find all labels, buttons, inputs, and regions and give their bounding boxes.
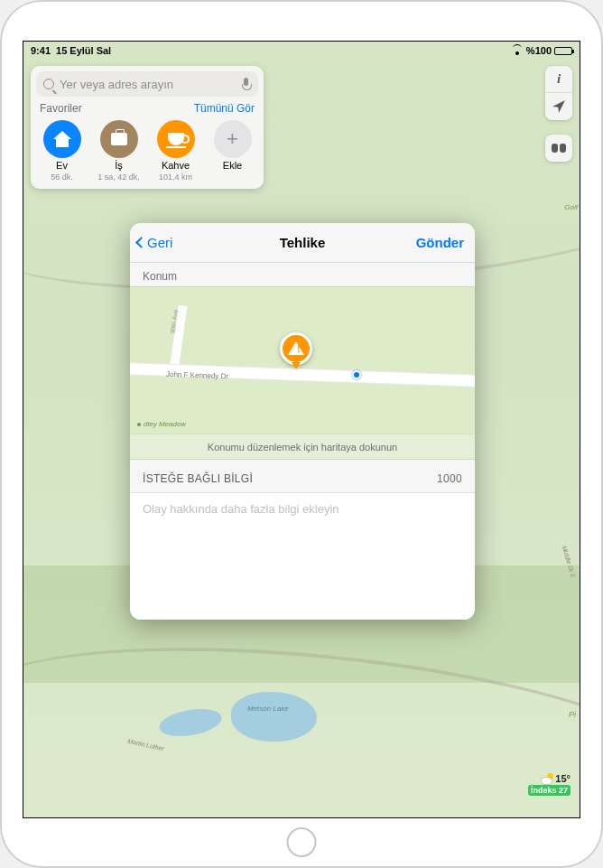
favorites-header: Favoriler bbox=[40, 102, 82, 115]
air-quality-index: İndeks 27 bbox=[528, 785, 571, 796]
weather-temperature: 15° bbox=[555, 773, 571, 784]
search-placeholder: Yer veya adres arayın bbox=[60, 78, 236, 91]
ipad-device-frame: Metson Lake Pi Golf Middle Dr E Martin L… bbox=[0, 0, 603, 868]
favorite-label: İş bbox=[115, 161, 123, 171]
wifi-icon bbox=[512, 46, 524, 55]
char-count: 1000 bbox=[437, 472, 462, 485]
modal-title: Tehlike bbox=[280, 235, 326, 250]
optional-info-header: İSTEĞE BAĞLI BİLGİ 1000 bbox=[130, 460, 475, 492]
favorite-label: Ekle bbox=[223, 161, 242, 171]
mini-map-street-label: John F Kennedy Dr bbox=[166, 370, 228, 380]
chevron-left-icon bbox=[135, 237, 147, 248]
report-hazard-modal: Geri Tehlike Gönder Konum John F Kennedy… bbox=[130, 223, 475, 620]
status-time: 9:41 bbox=[31, 45, 51, 56]
coffee-icon bbox=[157, 120, 195, 158]
map-lake bbox=[231, 692, 317, 742]
back-label: Geri bbox=[147, 235, 172, 250]
home-button[interactable] bbox=[287, 827, 317, 857]
favorite-work[interactable]: İş 1 sa, 42 dk, bbox=[91, 120, 146, 182]
briefcase-icon bbox=[100, 120, 138, 158]
map-locate-button[interactable] bbox=[545, 93, 572, 120]
plus-icon: + bbox=[214, 120, 252, 158]
map-controls-secondary bbox=[545, 135, 572, 162]
map-controls: i bbox=[545, 66, 572, 120]
search-icon bbox=[43, 79, 54, 89]
favorite-sublabel: 1 sa, 42 dk, bbox=[97, 173, 140, 182]
location-arrow-icon bbox=[552, 100, 565, 113]
house-icon bbox=[43, 120, 81, 158]
weather-badge[interactable]: 15° İndeks 27 bbox=[528, 773, 571, 796]
optional-info-textarea[interactable]: Olay hakkında daha fazla bilgi ekleyin bbox=[130, 492, 475, 620]
favorite-add[interactable]: + Ekle bbox=[205, 120, 260, 182]
favorite-coffee[interactable]: Kahve 101,4 km bbox=[148, 120, 203, 182]
location-section-label: Konum bbox=[130, 263, 475, 286]
favorite-label: Ev bbox=[56, 161, 68, 171]
user-location-dot bbox=[352, 370, 361, 379]
mini-map-hint: Konumu düzenlemek için haritaya dokunun bbox=[130, 434, 475, 459]
binoculars-icon bbox=[552, 144, 566, 153]
mini-map-poi-label: dley Meadow bbox=[137, 420, 186, 428]
favorite-sublabel: 56 dk. bbox=[51, 173, 73, 182]
favorite-label: Kahve bbox=[162, 161, 190, 171]
favorites-see-all-link[interactable]: Tümünü Gör bbox=[194, 102, 255, 115]
hazard-warning-icon: ! bbox=[280, 332, 312, 365]
map-lake-label: Metson Lake bbox=[247, 705, 289, 714]
weather-icon bbox=[542, 773, 554, 784]
poi-dot-icon bbox=[137, 423, 141, 426]
optional-info-label: İSTEĞE BAĞLI BİLGİ bbox=[143, 472, 253, 485]
info-icon: i bbox=[557, 71, 561, 87]
search-favorites-panel: Yer veya adres arayın Favoriler Tümünü G… bbox=[31, 66, 264, 189]
location-mini-map[interactable]: John F Kennedy Dr 30th Ave dley Meadow !… bbox=[130, 286, 475, 460]
back-button[interactable]: Geri bbox=[137, 223, 172, 262]
favorite-home[interactable]: Ev 56 dk. bbox=[34, 120, 89, 182]
modal-header: Geri Tehlike Gönder bbox=[130, 223, 475, 263]
microphone-icon[interactable] bbox=[241, 78, 251, 90]
screen: Metson Lake Pi Golf Middle Dr E Martin L… bbox=[23, 41, 580, 818]
submit-button[interactable]: Gönder bbox=[416, 223, 464, 262]
search-input[interactable]: Yer veya adres arayın bbox=[36, 71, 258, 97]
status-bar: 9:41 15 Eylül Sal %100 bbox=[23, 42, 580, 60]
favorite-sublabel: 101,4 km bbox=[159, 173, 192, 182]
battery-icon bbox=[554, 47, 572, 55]
map-golf-label: Golf bbox=[564, 204, 578, 212]
favorites-row: Ev 56 dk. İş 1 sa, 42 dk, Kahve 101,4 km… bbox=[31, 117, 264, 189]
status-date: 15 Eylül Sal bbox=[56, 45, 111, 56]
map-park-label: Pi bbox=[569, 710, 576, 719]
map-binoculars-button[interactable] bbox=[545, 135, 572, 162]
map-info-button[interactable]: i bbox=[545, 66, 572, 93]
hazard-pin[interactable]: ! bbox=[280, 332, 316, 369]
battery-percent: %100 bbox=[526, 45, 552, 56]
